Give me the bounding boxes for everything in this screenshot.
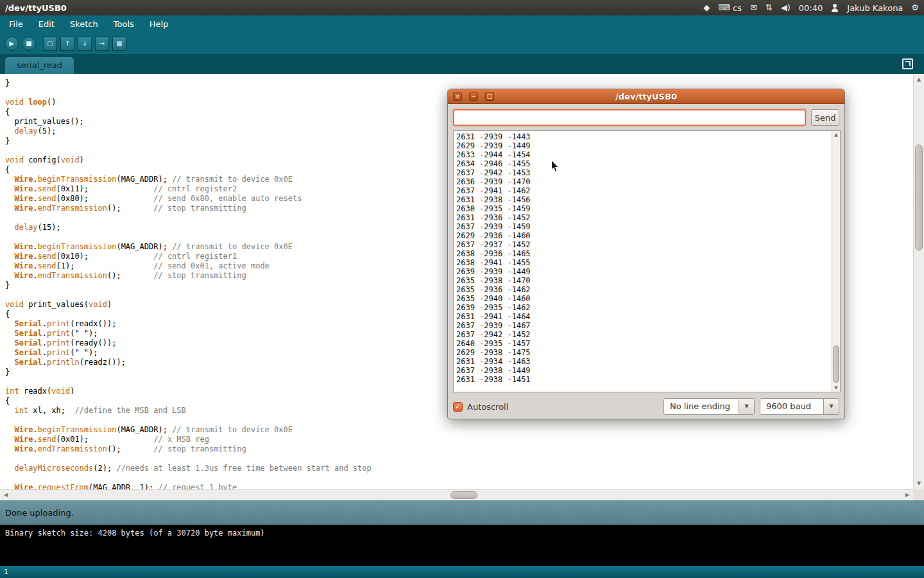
keyboard-icon: ⌨ [718, 0, 730, 15]
network-sync-icon[interactable]: ⇅ [766, 0, 773, 15]
code-line [5, 454, 913, 464]
serial-output-line: 2629 -2939 -1449 [456, 141, 837, 150]
chevron-down-icon[interactable]: ▼ [739, 399, 754, 414]
autoscroll-label: Autoscroll [467, 402, 508, 412]
upload-icon: → [99, 40, 105, 47]
toolbar: ▶ ■ ▢ ↑ ↓ → ▦ [0, 33, 924, 54]
send-button[interactable]: Send [811, 109, 839, 126]
mail-icon[interactable]: ✉ [750, 0, 757, 15]
code-line: Wire.endTransmission(); // stop transmit… [5, 444, 913, 454]
menu-sketch[interactable]: Sketch [62, 15, 106, 33]
new-icon: ▢ [47, 40, 53, 47]
scroll-left-arrow[interactable]: ◀ [1, 490, 11, 500]
line-ending-dropdown[interactable]: No line ending ▼ [663, 398, 755, 415]
code-line: Wire.beginTransmission(MAG_ADDR); // tra… [5, 425, 913, 435]
editor-horizontal-scrollbar[interactable]: ◀ ▶ [0, 489, 913, 500]
keyboard-indicator[interactable]: ⌨ cs [718, 0, 742, 15]
serial-output-line: 2631 -2936 -1452 [456, 213, 837, 222]
serial-output-line: 2636 -2939 -1470 [456, 177, 837, 186]
panel-indicators: ◆ ⌨ cs ✉ ⇅ ◀) 00:40 Jakub Kakona ⚙ [703, 0, 919, 15]
keyboard-layout-label: cs [733, 3, 742, 13]
serial-output-line: 2633 -2944 -1454 [456, 150, 837, 159]
serial-scroll-down-arrow[interactable]: ▼ [832, 384, 840, 392]
stop-icon: ■ [26, 40, 31, 47]
code-line: } [5, 78, 913, 88]
line-ending-value: No line ending [664, 399, 739, 414]
gear-icon[interactable]: ⚙ [911, 0, 919, 15]
serial-scroll-thumb[interactable] [833, 346, 839, 383]
serial-output-line: 2635 -2940 -1460 [456, 294, 837, 303]
vertical-scroll-thumb[interactable] [915, 144, 923, 250]
scrollbar-corner [913, 489, 924, 500]
baud-rate-value: 9600 baud [760, 399, 823, 414]
indicator-icon[interactable]: ◆ [703, 0, 710, 15]
username[interactable]: Jakub Kakona [847, 3, 903, 13]
menu-file[interactable]: File [1, 15, 31, 33]
horizontal-scroll-thumb[interactable] [450, 491, 477, 499]
serial-output-line: 2631 -2941 -1464 [456, 312, 837, 321]
clock[interactable]: 00:40 [799, 3, 823, 13]
menu-edit[interactable]: Edit [31, 15, 62, 33]
code-line [5, 473, 913, 483]
autoscroll-checkbox[interactable]: ✓ [453, 402, 463, 412]
serial-output-line: 2639 -2935 -1462 [456, 303, 837, 312]
open-button[interactable]: ↑ [60, 37, 74, 51]
console-text: Binary sketch size: 4208 bytes (of a 307… [5, 529, 265, 538]
serial-output-line: 2631 -2938 -1456 [456, 195, 837, 204]
user-icon [831, 4, 839, 12]
menu-bar: File Edit Sketch Tools Help [0, 15, 924, 33]
serial-window-title: /dev/ttyUSB0 [448, 89, 844, 104]
serial-output: 2631 -2939 -14432629 -2939 -14492633 -29… [454, 131, 840, 385]
serial-output-line: 2637 -2939 -1459 [456, 222, 837, 231]
serial-output-line: 2629 -2938 -1475 [456, 348, 837, 357]
serial-output-line: 2637 -2942 -1452 [456, 330, 837, 339]
serial-window-titlebar[interactable]: × ‒ □ /dev/ttyUSB0 [448, 89, 844, 104]
serial-output-line: 2635 -2936 -1462 [456, 285, 837, 294]
serial-output-line: 2630 -2935 -1459 [456, 204, 837, 213]
new-sketch-button[interactable]: ▢ [43, 37, 57, 51]
open-icon: ↑ [65, 40, 70, 47]
serial-output-line: 2637 -2937 -1452 [456, 240, 837, 249]
serial-scroll-up-arrow[interactable]: ▲ [832, 131, 840, 139]
line-number: 1 [4, 568, 8, 576]
line-number-strip: 1 [0, 566, 924, 578]
tab-bar: serial_read [0, 54, 924, 74]
serial-output-line: 2635 -2938 -1470 [456, 276, 837, 285]
tab-menu-button[interactable] [902, 58, 913, 69]
tab-serial-read[interactable]: serial_read [5, 57, 74, 74]
editor-vertical-scrollbar[interactable]: ▲ ▼ [913, 74, 924, 489]
serial-output-line: 2637 -2938 -1449 [456, 366, 837, 375]
serial-output-line: 2631 -2938 -1451 [456, 375, 837, 384]
scroll-right-arrow[interactable]: ▶ [902, 490, 912, 500]
panel-window-title: /dev/ttyUSB0 [5, 3, 67, 13]
verify-button[interactable]: ▶ [4, 37, 19, 51]
serial-output-line: 2634 -2946 -1455 [456, 159, 837, 168]
upload-button[interactable]: → [95, 37, 109, 51]
serial-output-line: 2629 -2936 -1460 [456, 231, 837, 240]
serial-monitor-icon: ▦ [116, 40, 122, 47]
status-message: Done uploading. [5, 508, 74, 518]
menu-help[interactable]: Help [142, 15, 176, 33]
status-bar: Done uploading. [0, 500, 924, 525]
baud-rate-dropdown[interactable]: 9600 baud ▼ [760, 398, 839, 415]
chevron-down-icon[interactable]: ▼ [823, 399, 839, 414]
serial-output-line: 2637 -2939 -1467 [456, 321, 837, 330]
code-line: Wire.requestFrom(MAG_ADDR, 1); // reques… [5, 483, 913, 489]
serial-output-line: 2631 -2934 -1463 [456, 357, 837, 366]
serial-window-body: Send 2631 -2939 -14432629 -2939 -1449263… [448, 104, 844, 420]
scroll-up-arrow[interactable]: ▲ [914, 74, 924, 85]
serial-output-scrollbar[interactable]: ▲ ▼ [832, 131, 840, 392]
save-icon: ↓ [82, 40, 87, 47]
build-console: Binary sketch size: 4208 bytes (of a 307… [0, 525, 924, 566]
serial-output-line: 2638 -2941 -1455 [456, 258, 837, 267]
scroll-down-arrow[interactable]: ▼ [914, 478, 924, 489]
serial-monitor-button[interactable]: ▦ [112, 37, 126, 51]
serial-send-input[interactable] [453, 109, 806, 126]
save-button[interactable]: ↓ [78, 37, 92, 51]
serial-monitor-window: × ‒ □ /dev/ttyUSB0 Send 2631 -2939 -1443… [447, 89, 845, 419]
serial-output-line: 2640 -2935 -1457 [456, 339, 837, 348]
serial-output-area: 2631 -2939 -14432629 -2939 -14492633 -29… [453, 130, 841, 392]
volume-icon[interactable]: ◀) [781, 0, 791, 15]
menu-tools[interactable]: Tools [106, 15, 142, 33]
stop-button[interactable]: ■ [22, 37, 36, 51]
